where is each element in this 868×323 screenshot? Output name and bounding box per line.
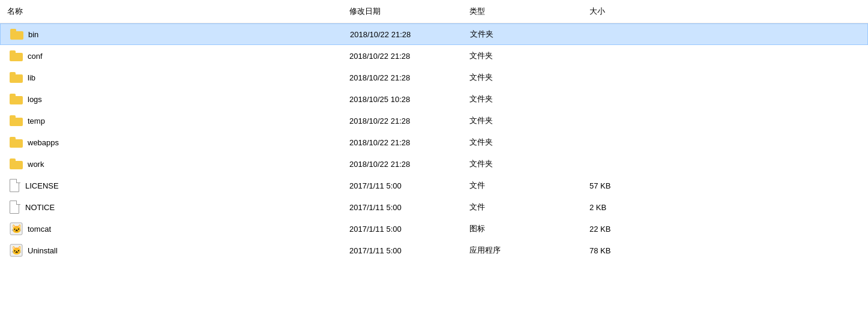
tomcat-icon: 🐱 bbox=[10, 222, 23, 235]
svg-text:🐱: 🐱 bbox=[11, 246, 22, 256]
table-row[interactable]: work 2018/10/22 21:28 文件夹 bbox=[0, 153, 868, 175]
folder-icon bbox=[10, 137, 23, 148]
row-type: 文件夹 bbox=[463, 26, 583, 43]
row-name: 🐱 tomcat bbox=[0, 219, 342, 238]
file-name: logs bbox=[28, 95, 42, 104]
row-type: 文件 bbox=[462, 177, 582, 194]
file-name: work bbox=[28, 160, 44, 169]
row-size bbox=[582, 96, 702, 102]
file-name: tomcat bbox=[28, 225, 51, 234]
file-name: webapps bbox=[28, 138, 59, 147]
row-modified: 2017/1/11 5:00 bbox=[342, 222, 462, 237]
row-modified: 2017/1/11 5:00 bbox=[342, 243, 462, 258]
file-name: lib bbox=[28, 73, 35, 82]
row-name: webapps bbox=[0, 134, 342, 151]
svg-text:🐱: 🐱 bbox=[11, 224, 22, 234]
row-type: 文件夹 bbox=[462, 112, 582, 129]
table-header: 名称 修改日期 类型 大小 bbox=[0, 0, 868, 23]
file-name: temp bbox=[28, 116, 45, 125]
row-size: 22 KB bbox=[582, 222, 702, 237]
folder-icon bbox=[10, 94, 23, 104]
row-name: conf bbox=[0, 47, 342, 64]
tomcat-icon: 🐱 bbox=[10, 244, 23, 257]
folder-icon bbox=[10, 158, 23, 169]
table-row[interactable]: lib 2018/10/22 21:28 文件夹 bbox=[0, 67, 868, 88]
row-type: 文件 bbox=[462, 199, 582, 216]
row-modified: 2017/1/11 5:00 bbox=[342, 200, 462, 215]
row-name: 🐱 Uninstall bbox=[0, 241, 342, 260]
row-size bbox=[582, 74, 702, 80]
table-row[interactable]: LICENSE 2017/1/11 5:00 文件 57 KB bbox=[0, 175, 868, 196]
row-name: lib bbox=[0, 69, 342, 86]
row-size bbox=[583, 31, 703, 37]
row-name: LICENSE bbox=[0, 176, 342, 195]
folder-icon bbox=[10, 72, 23, 83]
row-size: 2 KB bbox=[582, 200, 702, 215]
table-row[interactable]: conf 2018/10/22 21:28 文件夹 bbox=[0, 45, 868, 67]
folder-icon bbox=[10, 50, 23, 61]
table-row[interactable]: 🐱 Uninstall 2017/1/11 5:00 应用程序 78 KB bbox=[0, 240, 868, 261]
row-size bbox=[582, 139, 702, 145]
file-icon bbox=[10, 179, 20, 192]
table-row[interactable]: webapps 2018/10/22 21:28 文件夹 bbox=[0, 131, 868, 153]
row-size bbox=[582, 161, 702, 167]
file-explorer: 名称 修改日期 类型 大小 bin 2018/10/22 21:28 文件夹 c… bbox=[0, 0, 868, 323]
row-name: work bbox=[0, 155, 342, 172]
row-size: 78 KB bbox=[582, 243, 702, 258]
row-modified: 2018/10/22 21:28 bbox=[343, 27, 463, 42]
row-size bbox=[582, 53, 702, 59]
file-icon bbox=[10, 201, 20, 214]
row-type: 文件夹 bbox=[462, 47, 582, 64]
row-size bbox=[582, 118, 702, 124]
folder-icon bbox=[10, 115, 23, 126]
row-size: 57 KB bbox=[582, 178, 702, 193]
row-modified: 2018/10/22 21:28 bbox=[342, 135, 462, 150]
file-name: NOTICE bbox=[25, 203, 55, 212]
row-type: 文件夹 bbox=[462, 69, 582, 86]
row-name: bin bbox=[1, 26, 343, 43]
row-name: temp bbox=[0, 112, 342, 129]
file-name: Uninstall bbox=[28, 246, 58, 255]
row-name: NOTICE bbox=[0, 198, 342, 217]
header-size[interactable]: 大小 bbox=[582, 2, 702, 20]
file-name: LICENSE bbox=[25, 181, 59, 190]
row-type: 图标 bbox=[462, 220, 582, 237]
header-type[interactable]: 类型 bbox=[462, 2, 582, 20]
row-modified: 2018/10/25 10:28 bbox=[342, 92, 462, 107]
file-name: bin bbox=[28, 30, 38, 39]
table-row[interactable]: bin 2018/10/22 21:28 文件夹 bbox=[0, 23, 868, 45]
header-modified[interactable]: 修改日期 bbox=[342, 2, 462, 20]
table-row[interactable]: NOTICE 2017/1/11 5:00 文件 2 KB bbox=[0, 196, 868, 218]
row-modified: 2018/10/22 21:28 bbox=[342, 113, 462, 128]
header-name[interactable]: 名称 bbox=[0, 2, 342, 20]
row-name: logs bbox=[0, 91, 342, 107]
table-row[interactable]: temp 2018/10/22 21:28 文件夹 bbox=[0, 110, 868, 131]
row-type: 文件夹 bbox=[462, 155, 582, 172]
file-name: conf bbox=[28, 52, 43, 61]
row-modified: 2018/10/22 21:28 bbox=[342, 49, 462, 64]
row-type: 文件夹 bbox=[462, 134, 582, 151]
row-modified: 2017/1/11 5:00 bbox=[342, 178, 462, 193]
table-row[interactable]: 🐱 tomcat 2017/1/11 5:00 图标 22 KB bbox=[0, 218, 868, 240]
row-modified: 2018/10/22 21:28 bbox=[342, 70, 462, 85]
row-modified: 2018/10/22 21:28 bbox=[342, 157, 462, 172]
table-row[interactable]: logs 2018/10/25 10:28 文件夹 bbox=[0, 88, 868, 110]
row-type: 应用程序 bbox=[462, 242, 582, 259]
table-body: bin 2018/10/22 21:28 文件夹 conf 2018/10/22… bbox=[0, 23, 868, 261]
row-type: 文件夹 bbox=[462, 91, 582, 107]
folder-icon bbox=[10, 29, 23, 40]
